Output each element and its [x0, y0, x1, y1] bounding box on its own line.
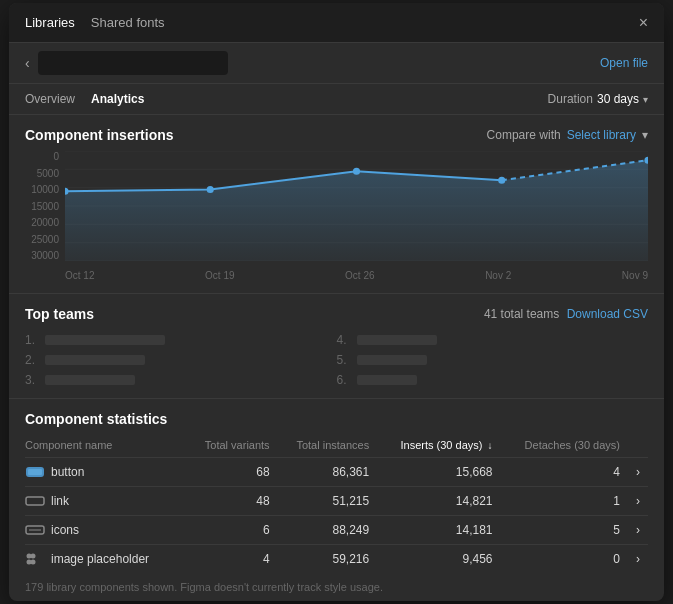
team-bar-2 — [45, 355, 145, 365]
th-detaches: Detaches (30 days) — [500, 435, 628, 458]
chart-x-axis: Oct 12 Oct 19 Oct 26 Nov 2 Nov 9 — [65, 270, 648, 281]
top-teams-header: Top teams 41 total teams Download CSV — [25, 306, 648, 322]
team-item-6: 6. — [337, 370, 649, 390]
svg-rect-16 — [26, 497, 44, 505]
top-teams-actions: 41 total teams Download CSV — [484, 307, 648, 321]
comp-name-cell: icons — [25, 516, 188, 545]
team-item-1: 1. — [25, 330, 337, 350]
th-total-instances: Total instances — [278, 435, 378, 458]
chevron-down-icon: ▾ — [643, 94, 648, 105]
sub-tabs-bar: Overview Analytics Duration 30 days ▾ — [9, 84, 664, 115]
svg-point-11 — [353, 168, 360, 175]
tab-shared-fonts[interactable]: Shared fonts — [91, 13, 165, 32]
modal-header: Libraries Shared fonts × — [9, 3, 664, 43]
team-bar-3 — [45, 375, 135, 385]
th-component-name: Component name — [25, 435, 188, 458]
close-button[interactable]: × — [639, 14, 648, 32]
x-label-nov9: Nov 9 — [622, 270, 648, 281]
row-expand-icon[interactable]: › — [628, 487, 648, 516]
x-label-oct12: Oct 12 — [65, 270, 94, 281]
teams-grid: 1. 4. 2. 5. 3. 6. — [25, 330, 648, 390]
download-csv-button[interactable]: Download CSV — [567, 307, 648, 321]
svg-marker-7 — [65, 160, 648, 261]
total-teams-count: 41 total teams — [484, 307, 559, 321]
sort-arrow-icon: ↓ — [487, 440, 492, 451]
row-expand-icon[interactable]: › — [628, 545, 648, 574]
chart-section: Component insertions Compare with Select… — [9, 115, 664, 294]
y-label-4: 10000 — [25, 184, 59, 195]
team-bar-5 — [357, 355, 427, 365]
top-teams-section: Top teams 41 total teams Download CSV 1.… — [9, 294, 664, 399]
chart-header: Component insertions Compare with Select… — [25, 127, 648, 143]
top-teams-title: Top teams — [25, 306, 94, 322]
duration-label: Duration — [548, 92, 593, 106]
th-total-variants: Total variants — [188, 435, 278, 458]
back-button[interactable]: ‹ — [25, 55, 30, 71]
row-expand-icon[interactable]: › — [628, 516, 648, 545]
team-bar-1 — [45, 335, 165, 345]
duration-selector[interactable]: Duration 30 days ▾ — [548, 92, 648, 106]
comp-name-cell: link — [25, 487, 188, 516]
library-name — [38, 51, 228, 75]
svg-point-10 — [207, 186, 214, 193]
open-file-button[interactable]: Open file — [600, 56, 648, 70]
tab-libraries[interactable]: Libraries — [25, 13, 75, 32]
team-num-3: 3. — [25, 373, 39, 387]
link-icon — [25, 494, 45, 508]
footer-note: 179 library components shown. Figma does… — [9, 573, 664, 601]
team-item-3: 3. — [25, 370, 337, 390]
team-num-6: 6. — [337, 373, 351, 387]
y-label-5: 5000 — [25, 168, 59, 179]
svg-rect-15 — [28, 469, 42, 475]
svg-point-22 — [31, 560, 36, 565]
y-label-6: 0 — [25, 151, 59, 162]
select-chevron-icon: ▾ — [642, 128, 648, 142]
team-bar-4 — [357, 335, 437, 345]
chart-title: Component insertions — [25, 127, 174, 143]
chart-area: 30000 25000 20000 15000 10000 5000 0 — [25, 151, 648, 281]
main-modal: Libraries Shared fonts × ‹ Open file Ove… — [9, 3, 664, 601]
y-label-1: 25000 — [25, 234, 59, 245]
select-library-button[interactable]: Select library — [567, 128, 636, 142]
component-stats-section: Component statistics Component name Tota… — [9, 399, 664, 573]
sub-tab-overview[interactable]: Overview — [25, 92, 75, 106]
table-row[interactable]: icons 6 88,249 14,181 5 › — [25, 516, 648, 545]
team-num-2: 2. — [25, 353, 39, 367]
icons-icon — [25, 523, 45, 537]
table-row[interactable]: link 48 51,215 14,821 1 › — [25, 487, 648, 516]
team-num-5: 5. — [337, 353, 351, 367]
team-item-5: 5. — [337, 350, 649, 370]
svg-point-12 — [498, 177, 505, 184]
compare-label: Compare with — [487, 128, 561, 142]
row-expand-icon[interactable]: › — [628, 458, 648, 487]
table-row[interactable]: button 68 86,361 15,668 4 › — [25, 458, 648, 487]
x-label-oct26: Oct 26 — [345, 270, 374, 281]
comp-name-cell: image placeholder — [25, 545, 188, 574]
team-item-4: 4. — [337, 330, 649, 350]
y-label-0: 30000 — [25, 250, 59, 261]
chart-svg-area — [65, 151, 648, 261]
button-icon — [25, 465, 45, 479]
svg-point-20 — [31, 554, 36, 559]
th-inserts[interactable]: Inserts (30 days) ↓ — [377, 435, 500, 458]
x-label-nov2: Nov 2 — [485, 270, 511, 281]
x-label-oct19: Oct 19 — [205, 270, 234, 281]
stats-table: Component name Total variants Total inst… — [25, 435, 648, 573]
main-tabs: Libraries Shared fonts — [25, 13, 165, 32]
duration-value: 30 days — [597, 92, 639, 106]
team-bar-6 — [357, 375, 417, 385]
table-header-row: Component name Total variants Total inst… — [25, 435, 648, 458]
comp-name-cell: button — [25, 458, 188, 487]
y-label-3: 15000 — [25, 201, 59, 212]
sub-tab-analytics[interactable]: Analytics — [91, 92, 144, 106]
team-num-1: 1. — [25, 333, 39, 347]
component-stats-title: Component statistics — [25, 411, 167, 427]
team-num-4: 4. — [337, 333, 351, 347]
compare-with-control[interactable]: Compare with Select library ▾ — [487, 128, 648, 142]
image-placeholder-icon — [25, 552, 45, 566]
team-item-2: 2. — [25, 350, 337, 370]
table-row[interactable]: image placeholder 4 59,216 9,456 0 › — [25, 545, 648, 574]
y-label-2: 20000 — [25, 217, 59, 228]
chart-y-axis: 30000 25000 20000 15000 10000 5000 0 — [25, 151, 63, 261]
toolbar: ‹ Open file — [9, 43, 664, 84]
